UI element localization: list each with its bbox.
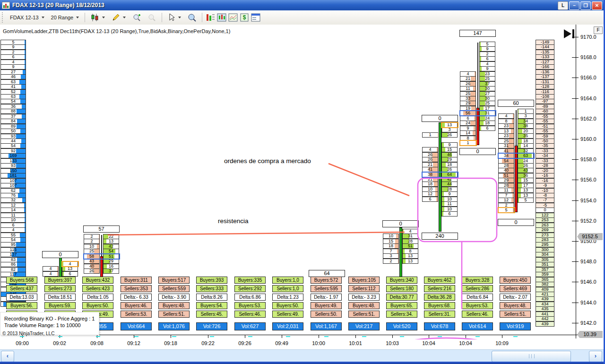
maximize-button[interactable]: ❐ [580, 1, 591, 10]
time-label: 10:09 [488, 340, 516, 346]
sellers-cell: Sellers:437 [6, 285, 37, 292]
toolbar-separator [162, 13, 162, 22]
fixed-scale-button[interactable]: F [594, 26, 603, 34]
price-label: 9146.0 [580, 279, 596, 285]
ladder-bid-cell: 12 [422, 191, 438, 197]
zoom-in-button[interactable] [129, 11, 144, 24]
ladder-ask-cell: 9 [479, 46, 495, 52]
sellers-pct-cell: Sellers:51. [348, 311, 380, 318]
delta-row: 439 [536, 296, 554, 302]
profile-row: 14 [0, 208, 26, 213]
ladder-ask-cell: 5 [518, 198, 534, 203]
panel-button[interactable] [251, 13, 260, 22]
annotation-drawings [0, 25, 605, 339]
buyers-cell: Buyers:450 [500, 277, 531, 284]
delta-row: 351 [536, 262, 554, 267]
volume-cell: Vol:520 [386, 322, 417, 330]
market-depth-icon [206, 13, 215, 22]
ladder-ask-cell: 38 [518, 123, 534, 129]
market-depth-button[interactable] [206, 13, 215, 22]
ladder-top-label: 60 [498, 100, 534, 107]
delta-cell: Delta:- 1.97 [311, 294, 342, 301]
delta-row: -55 [536, 129, 554, 134]
ladder-ask-cell: 26 [441, 132, 458, 138]
toolbar-separator [85, 13, 85, 22]
sellers-cell: Sellers:595 [311, 285, 342, 292]
ladder-bid-cell: 6 [422, 197, 438, 202]
delta-row: 295 [536, 242, 554, 247]
price-label: 9166.0 [580, 75, 596, 80]
chart-app-icon [2, 2, 10, 9]
close-button[interactable]: ✕ [592, 1, 602, 10]
horizontal-scrollbar[interactable]: ‹ › [0, 349, 605, 362]
ladder-ask-cell: 30 [479, 86, 495, 91]
ladder-ask-cell: 44 [441, 182, 458, 187]
resistance-line [108, 232, 405, 235]
time-label: 09:18 [156, 340, 185, 346]
drawing-tools-button[interactable] [108, 11, 129, 24]
delta-cell: Delta:30.77 [386, 294, 417, 301]
delta-row: -55 [536, 119, 554, 124]
chart-window-button[interactable] [217, 13, 226, 22]
time-tick [208, 335, 208, 338]
delta-cell: Delta:- 3.23 [348, 294, 380, 301]
candle-body [399, 227, 402, 277]
zoom-window-button[interactable] [184, 11, 199, 24]
volume-cell: Vol:217 [348, 322, 380, 330]
zoom-in-icon [132, 13, 141, 22]
time-highlight-ellipse [403, 338, 490, 339]
session-tick [362, 336, 366, 337]
delta-cell: Delta:6.86 [234, 294, 266, 301]
line-chart-button[interactable] [228, 13, 238, 22]
cursor-button[interactable] [164, 11, 184, 24]
volume-cell: Vol:614 [462, 322, 493, 330]
ladder-ask-cell: 29 [441, 157, 458, 162]
time-tick [355, 335, 356, 338]
dollar-button[interactable]: $ [240, 13, 249, 22]
ladder-ask-cell: 25 [479, 76, 495, 81]
time-tick [282, 335, 282, 338]
volume-cell: Vol:664 [121, 322, 152, 330]
candlestick-icon [91, 13, 99, 22]
time-label: 10:00 [304, 340, 333, 346]
time-label: 09:12 [120, 340, 148, 346]
line-chart-icon [228, 13, 238, 22]
minimize-button[interactable]: – [569, 1, 579, 10]
buyers-pct-cell: Buyers:48. [348, 302, 380, 309]
ladder-ask-cell: 37 [103, 269, 119, 274]
selected-row-highlight [83, 253, 120, 260]
buyers-pct-cell: Buyers:56. [6, 302, 37, 309]
ladder-bid-cell: 23 [498, 133, 514, 139]
scrollbar-thumb[interactable] [492, 351, 571, 362]
chart-area[interactable]: GomVolumeLadder,ZTB Dec11th(FDAX 12-13 (… [0, 25, 605, 339]
delta-row: 442 [536, 316, 554, 321]
time-label: 09:22 [194, 340, 222, 346]
ladder-bid-cell: 11 [460, 86, 476, 91]
delta-row: 269 [536, 227, 554, 233]
instrument-selector[interactable]: FDAX 12-13 [7, 13, 48, 22]
sellers-cell: Sellers:292 [234, 285, 266, 292]
volume-cell: Vol:678 [424, 322, 455, 330]
volume-cell: Vol:1,076 [158, 322, 190, 330]
time-label: 09:02 [45, 340, 74, 346]
price-tick [572, 323, 579, 323]
scroll-left-button[interactable]: ‹ [1, 351, 14, 362]
go-to-last-bar-icon[interactable] [563, 29, 576, 39]
session-tick [58, 336, 62, 337]
title-bar[interactable]: FDAX 12-13 (20 Range) 18/12/2013 L – ❐ ✕ [0, 0, 605, 10]
toolbar-grip[interactable] [2, 12, 5, 23]
buyers-cell: Buyers:572 [311, 277, 342, 284]
profile-row: 107 [0, 183, 26, 188]
buyers-pct-cell: Buyers:50. [272, 302, 303, 309]
lock-button[interactable]: L [558, 1, 568, 10]
scroll-right-button[interactable]: › [589, 351, 602, 362]
chart-style-button[interactable] [87, 11, 108, 24]
buyers-cell: Buyers:105 [348, 277, 380, 284]
price-axis-border [576, 25, 576, 338]
time-label: 10:04 [451, 340, 480, 346]
profile-row: 84 [0, 119, 26, 124]
period-selector[interactable]: 20 Range [48, 13, 83, 22]
zoom-out-button[interactable] [144, 11, 159, 24]
buyers-pct-cell: Buyers:53. [462, 302, 493, 309]
ladder-bid-cell: 10 [383, 234, 399, 239]
